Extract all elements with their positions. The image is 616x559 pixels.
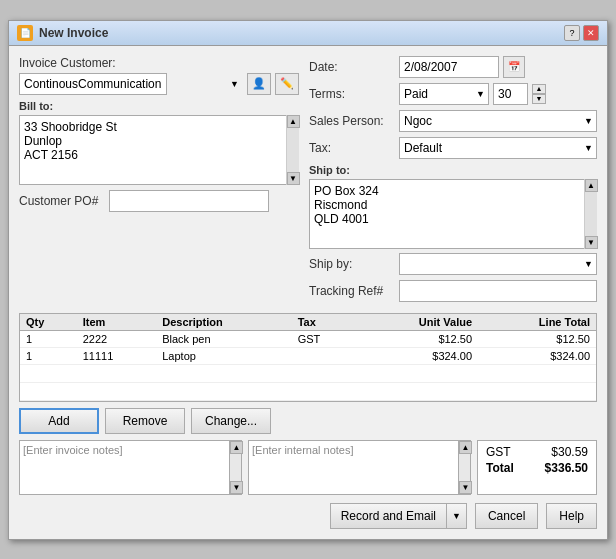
new-invoice-window: 📄 New Invoice ? ✕ Invoice Customer: Cont…: [8, 20, 608, 540]
date-input[interactable]: [399, 56, 499, 78]
tax-select[interactable]: Default: [399, 137, 597, 159]
customer-po-input[interactable]: [109, 190, 269, 212]
internal-notes-wrap: [Enter internal notes] ▲ ▼: [248, 440, 471, 495]
ship-to-wrap: PO Box 324 Riscmond QLD 4001 ▲ ▼: [309, 179, 597, 249]
internal-notes-area: [Enter internal notes] ▲ ▼: [248, 440, 471, 495]
row2-unit-value: $324.00: [356, 347, 478, 364]
terms-label: Terms:: [309, 87, 399, 101]
col-tax: Tax: [292, 314, 357, 331]
window-icon: 📄: [17, 25, 33, 41]
bill-to-scroll-down[interactable]: ▼: [287, 172, 300, 185]
footer: Record and Email ▼ Cancel Help: [19, 503, 597, 529]
change-button[interactable]: Change...: [191, 408, 271, 434]
row2-line-total: $324.00: [478, 347, 596, 364]
remove-button[interactable]: Remove: [105, 408, 185, 434]
row2-item: 11111: [77, 347, 157, 364]
tax-row: Tax: Default: [309, 137, 597, 159]
top-section: Invoice Customer: ContinousCommunication…: [19, 56, 597, 307]
row1-tax: GST: [292, 330, 357, 347]
col-line-total: Line Total: [478, 314, 596, 331]
terms-days-input[interactable]: [493, 83, 528, 105]
row1-item: 2222: [77, 330, 157, 347]
invoice-notes-wrap: [Enter invoice notes] ▲ ▼: [19, 440, 242, 495]
gst-row: GST $30.59: [486, 445, 588, 459]
ship-to-scrollbar[interactable]: ▲ ▼: [584, 179, 597, 249]
ship-by-select[interactable]: [399, 253, 597, 275]
tracking-ref-input[interactable]: [399, 280, 597, 302]
calendar-button[interactable]: 📅: [503, 56, 525, 78]
sales-person-label: Sales Person:: [309, 114, 399, 128]
empty-row-2: [20, 382, 596, 400]
customer-select-wrap: ContinousCommunication: [19, 73, 243, 95]
help-footer-button[interactable]: Help: [546, 503, 597, 529]
terms-spin-up[interactable]: ▲: [532, 84, 546, 94]
customer-search-button[interactable]: 👤: [247, 73, 271, 95]
terms-spin-down[interactable]: ▼: [532, 94, 546, 104]
ship-to-line1: PO Box 324: [314, 184, 582, 198]
internal-notes-input[interactable]: [Enter internal notes]: [249, 441, 470, 494]
record-email-dropdown[interactable]: ▼: [446, 503, 467, 529]
ship-to-scroll-down[interactable]: ▼: [585, 236, 598, 249]
total-row: Total $336.50: [486, 461, 588, 475]
terms-select[interactable]: Paid: [399, 83, 489, 105]
title-controls: ? ✕: [564, 25, 599, 41]
tax-wrap: Default: [399, 137, 597, 159]
bill-to-address: 33 Shoobridge St Dunlop ACT 2156: [19, 115, 299, 185]
record-email-button[interactable]: Record and Email: [330, 503, 446, 529]
ship-by-row: Ship by:: [309, 253, 597, 275]
empty-row-1: [20, 364, 596, 382]
gst-value: $30.59: [551, 445, 588, 459]
bill-to-scroll-up[interactable]: ▲: [287, 115, 300, 128]
line-items-table: Qty Item Description Tax Unit Value Line…: [20, 314, 596, 401]
tax-label: Tax:: [309, 141, 399, 155]
date-input-row: 📅: [399, 56, 525, 78]
invoice-notes-input[interactable]: [Enter invoice notes]: [20, 441, 241, 494]
close-button[interactable]: ✕: [583, 25, 599, 41]
row1-description: Black pen: [156, 330, 291, 347]
bill-to-wrap: 33 Shoobridge St Dunlop ACT 2156 ▲ ▼: [19, 115, 299, 185]
add-button[interactable]: Add: [19, 408, 99, 434]
ship-to-line3: QLD 4001: [314, 212, 582, 226]
terms-input-row: Paid ▲ ▼: [399, 83, 546, 105]
ship-to-line2: Riscmond: [314, 198, 582, 212]
gst-label: GST: [486, 445, 511, 459]
ship-by-label: Ship by:: [309, 257, 399, 271]
col-unit-value: Unit Value: [356, 314, 478, 331]
customer-row: ContinousCommunication 👤 ✏️: [19, 73, 299, 95]
internal-notes-scroll-up[interactable]: ▲: [459, 441, 472, 454]
right-section: Date: 📅 Terms: Paid: [309, 56, 597, 307]
customer-select[interactable]: ContinousCommunication: [19, 73, 167, 95]
invoice-notes-scrollbar[interactable]: ▲ ▼: [229, 441, 241, 494]
internal-notes-scroll-down[interactable]: ▼: [459, 481, 472, 494]
ship-by-select-wrap: [399, 253, 597, 275]
table-header-row: Qty Item Description Tax Unit Value Line…: [20, 314, 596, 331]
invoice-notes-scroll-down[interactable]: ▼: [230, 481, 243, 494]
terms-row: Terms: Paid ▲ ▼: [309, 83, 597, 105]
bill-to-label: Bill to:: [19, 100, 299, 112]
col-qty: Qty: [20, 314, 77, 331]
ship-to-address: PO Box 324 Riscmond QLD 4001: [309, 179, 597, 249]
row2-description: Laptop: [156, 347, 291, 364]
cancel-button[interactable]: Cancel: [475, 503, 538, 529]
left-section: Invoice Customer: ContinousCommunication…: [19, 56, 299, 307]
internal-notes-scrollbar[interactable]: ▲ ▼: [458, 441, 470, 494]
col-description: Description: [156, 314, 291, 331]
help-button[interactable]: ?: [564, 25, 580, 41]
customer-edit-button[interactable]: ✏️: [275, 73, 299, 95]
window-body: Invoice Customer: ContinousCommunication…: [9, 46, 607, 539]
bill-to-scrollbar[interactable]: ▲ ▼: [286, 115, 299, 185]
invoice-notes-scroll-up[interactable]: ▲: [230, 441, 243, 454]
row1-qty: 1: [20, 330, 77, 347]
table-row: 1 11111 Laptop $324.00 $324.00: [20, 347, 596, 364]
table-row: 1 2222 Black pen GST $12.50 $12.50: [20, 330, 596, 347]
total-label: Total: [486, 461, 514, 475]
terms-select-wrap: Paid: [399, 83, 489, 105]
action-buttons: Add Remove Change...: [19, 408, 597, 434]
sales-person-select[interactable]: Ngoc: [399, 110, 597, 132]
sales-person-row: Sales Person: Ngoc: [309, 110, 597, 132]
totals-box: GST $30.59 Total $336.50: [477, 440, 597, 495]
tracking-ref-row: Tracking Ref#: [309, 280, 597, 302]
total-value: $336.50: [545, 461, 588, 475]
tracking-ref-label: Tracking Ref#: [309, 284, 399, 298]
ship-to-scroll-up[interactable]: ▲: [585, 179, 598, 192]
